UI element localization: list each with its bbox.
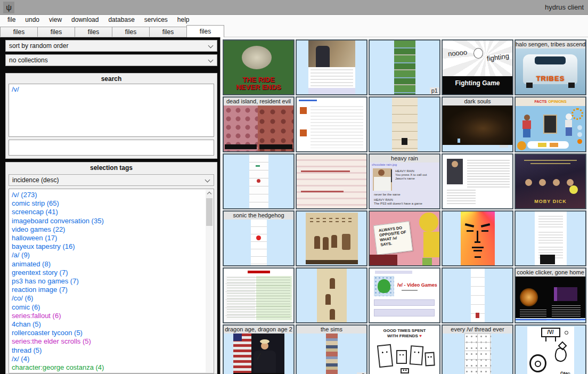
tab-files-6-active[interactable]: files	[186, 25, 224, 37]
thumbnail-image	[392, 97, 418, 151]
tag-list-scrollbar[interactable]	[206, 190, 213, 372]
menu-help[interactable]: help	[173, 15, 194, 25]
menu-file[interactable]: file	[3, 15, 20, 25]
thumbnail-imageboard-screencap[interactable]	[296, 96, 368, 152]
selection-tags-groupbox: selection tags incidence (desc) /v/ (273…	[5, 162, 217, 374]
thumbnail-fighting-game-general[interactable]: noooo fighting Fighting Game General	[442, 39, 513, 95]
thumbnail-image: /V/ OMG	[527, 327, 574, 374]
tag-list-item[interactable]: 4chan (5)	[12, 320, 204, 329]
management-panel: sort by random order no collections sear…	[0, 37, 220, 374]
tag-list-item[interactable]: ps3 has no games (7)	[12, 277, 204, 286]
page-label: p1	[430, 87, 439, 94]
thumbnail-photo-text-screencap[interactable]	[442, 153, 513, 209]
tag-list-item[interactable]: comic strip (65)	[12, 199, 204, 208]
collect-dropdown[interactable]: no collections	[5, 54, 217, 66]
tag-list-item[interactable]: series:fallout (6)	[12, 312, 204, 320]
tag-list-item[interactable]: /co/ (6)	[12, 294, 204, 303]
tag-list-item[interactable]: thread (5)	[12, 346, 204, 355]
tab-files-4[interactable]: files	[112, 27, 150, 37]
thumbnail-dark-souls[interactable]: dark souls	[442, 96, 513, 152]
thumbnail-greentext-table[interactable]	[223, 267, 295, 323]
thumbnail-rct-strip[interactable]: p1	[369, 39, 440, 95]
thumbnail-moby-dick[interactable]: MOBY DICK	[514, 153, 586, 209]
thumbnail-tribes-ascend[interactable]: TRIBES halo sengen, tribes ascend	[514, 39, 586, 95]
tag-autocomplete-input[interactable]	[9, 140, 214, 156]
thumbnail-image	[394, 40, 415, 94]
menu-services[interactable]: services	[140, 15, 173, 25]
thumbnail-caption: dead island, resident evil	[224, 97, 293, 105]
tag-list-item[interactable]: /a/ (9)	[12, 251, 204, 259]
thumbnail-image: TRIBES	[516, 40, 585, 94]
thumbnail-image: MOBY DICK	[516, 155, 585, 208]
thumbnail-every-v-thread[interactable]: every /v/ thread ever	[442, 324, 513, 374]
thumbnail-sonic[interactable]: sonic the hedgehog	[223, 210, 295, 266]
tag-list-item[interactable]: rollercoaster tycoon (5)	[12, 329, 204, 337]
thumbnail-v-video-games[interactable]: /v/ - Video Games	[369, 267, 440, 323]
thumbnail-pink-conversation[interactable]	[296, 153, 368, 209]
tag-list[interactable]: /v/ (273)comic strip (65)screencap (41)i…	[9, 189, 214, 373]
tab-files-3[interactable]: files	[75, 27, 112, 37]
menu-view[interactable]: view	[44, 15, 67, 25]
thumbnail-caption: dark souls	[443, 97, 512, 105]
thumbnail-homer-note[interactable]: ALWAYS DOOPPOSITE OF WHAT /v/SAYS.	[369, 210, 440, 266]
thumbnail-dragon-age[interactable]: dragon age, dragon age 2	[223, 324, 295, 374]
tag-list-item[interactable]: screencap (41)	[12, 208, 204, 216]
title-bar: ψ hydrus client	[0, 0, 588, 15]
tag-list-item[interactable]: character:george costanza (4)	[12, 363, 204, 372]
thumbnail-image	[233, 334, 284, 374]
thumbnail-image: THE RIDENEVER ENDS	[224, 40, 293, 94]
thumbnail-image	[317, 269, 347, 322]
thumbnail-white-strip[interactable]	[442, 267, 513, 323]
tag-list-item[interactable]: series:the elder scrolls (5)	[12, 337, 204, 346]
tab-files-1[interactable]: files	[0, 27, 38, 37]
thumbnail-arthur-facts-opinions[interactable]: FACTSOPINIONS	[514, 96, 586, 152]
chevron-up-icon	[207, 192, 211, 196]
thumbnail-bw-comic[interactable]	[514, 210, 586, 266]
thumbnail-v-doodle[interactable]: /V/ OMG	[514, 324, 586, 374]
search-predicate[interactable]: /v/	[12, 85, 211, 94]
thumbnail-image	[251, 219, 267, 265]
menu-undo[interactable]: undo	[20, 15, 44, 25]
thumbnail-image	[224, 269, 293, 322]
search-predicate-list[interactable]: /v/	[9, 84, 214, 137]
thumbnail-comic-strip-narrow[interactable]	[223, 153, 295, 209]
tab-files-2[interactable]: files	[37, 27, 75, 37]
scrollbar-thumb[interactable]	[206, 198, 213, 226]
thumbnail-good-times-with-friends[interactable]: GOOD TIMES SPENT WITH FRIENDS ♥	[369, 324, 440, 374]
tag-list-item[interactable]: /x/ (4)	[12, 355, 204, 363]
tab-files-5[interactable]: files	[149, 27, 187, 37]
thumbnail-cookie-clicker[interactable]: cookie clicker, gone home	[514, 267, 586, 323]
tab-strip: files files files files files files	[0, 25, 588, 37]
thumbnail-ride-never-ends[interactable]: THE RIDENEVER ENDS	[223, 39, 295, 95]
thumbnail-tapestry-strip[interactable]	[296, 267, 368, 323]
tag-list-item[interactable]: /v/ (273)	[12, 191, 204, 199]
thumbnail-image	[224, 97, 293, 151]
tag-list-item[interactable]: video games (22)	[12, 225, 204, 234]
menu-database[interactable]: database	[103, 15, 139, 25]
tag-list-item[interactable]: animated (8)	[12, 260, 204, 269]
tag-list-item[interactable]: bayeux tapestry (16)	[12, 242, 204, 251]
thumbnail-photo-screencap[interactable]	[296, 39, 368, 95]
thumbnail-image	[249, 155, 268, 208]
thumbnail-image	[471, 269, 485, 322]
tag-list-item[interactable]: imageboard conversation (35)	[12, 217, 204, 225]
tag-list-item[interactable]: halloween (17)	[12, 234, 204, 242]
thumbnail-image	[535, 212, 567, 265]
menu-download[interactable]: download	[67, 15, 103, 25]
tag-sort-dropdown[interactable]: incidence (desc)	[9, 174, 214, 186]
thumbnail-bayeux-tapestry[interactable]	[296, 210, 368, 266]
thumbnail-caption: dragon age, dragon age 2	[224, 326, 293, 334]
thumbnail-rainbow-face[interactable]	[442, 210, 513, 266]
thumbnail-image	[308, 40, 355, 94]
thumbnail-heavy-rain[interactable]: chocolate rain.jpg HEAVY RAINYou press X…	[369, 153, 440, 209]
tag-list-item[interactable]: comic (6)	[12, 303, 204, 312]
thumbnail-comic-strip-tall[interactable]	[369, 96, 440, 152]
selection-tags-header: selection tags	[9, 164, 214, 173]
tag-list-item[interactable]: reaction image (7)	[12, 286, 204, 294]
search-header: search	[9, 75, 214, 84]
tag-list-item[interactable]: greentext story (7)	[12, 269, 204, 277]
heart-icon: ♥	[419, 334, 422, 338]
thumbnail-dead-island[interactable]: dead island, resident evil	[223, 96, 295, 152]
thumbnail-the-sims[interactable]: the sims p3	[296, 324, 368, 374]
sort-dropdown[interactable]: sort by random order	[5, 40, 217, 52]
